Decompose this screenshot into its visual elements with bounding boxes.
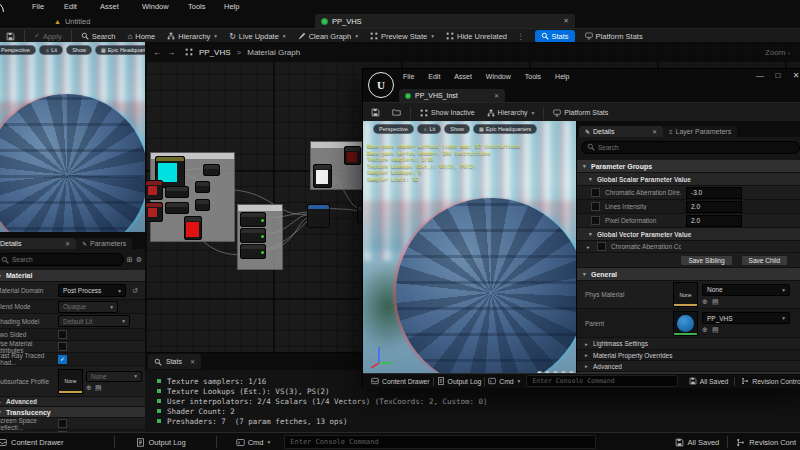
phys-material-thumbnail[interactable]: None [673, 282, 698, 307]
menu-tools[interactable]: Tools [525, 73, 541, 80]
scalar-parameter-node[interactable] [240, 212, 266, 227]
hierarchy-button[interactable]: Hierarchy▾ [481, 103, 541, 122]
override-checkbox[interactable] [591, 202, 600, 211]
override-checkbox[interactable] [597, 242, 606, 251]
constant-color-node-white[interactable] [313, 164, 332, 188]
graph-node[interactable] [203, 164, 220, 176]
all-saved-button[interactable]: All Saved [689, 377, 729, 385]
preview-shape-buttons[interactable] [110, 224, 145, 232]
close-icon[interactable]: ✕ [652, 128, 657, 135]
menu-file[interactable]: File [32, 2, 44, 11]
inst-search-input[interactable]: Search [581, 141, 800, 154]
use-selected-asset-icon[interactable]: ⊕ [702, 326, 708, 334]
show-inactive-button[interactable]: Show Inactive [414, 103, 481, 122]
header-global-scalar[interactable]: ▾Global Scalar Parameter Value [577, 173, 800, 186]
menu-help[interactable]: Help [555, 73, 569, 80]
scene-setup-button[interactable]: ▦Epic Headquarters [95, 45, 145, 55]
search-button[interactable]: Search [75, 29, 122, 43]
all-saved-button[interactable]: All Saved [675, 438, 720, 447]
output-log-button[interactable]: Output Log [136, 438, 186, 447]
menu-asset[interactable]: Asset [100, 2, 119, 11]
scalar-value-input[interactable]: 2.0 [686, 201, 742, 213]
save-button[interactable] [363, 103, 386, 122]
close-icon[interactable]: ✕ [563, 17, 569, 25]
save-sibling-button[interactable]: Save Sibling [680, 255, 732, 266]
close-icon[interactable]: ✕ [787, 71, 800, 80]
stats-toggle-button[interactable]: Stats [535, 30, 575, 43]
tab-parameters[interactable]: ✎ Parameters [76, 238, 132, 249]
row-lightmass-settings[interactable]: ▸Lightmass Settings [577, 338, 800, 350]
scalar-parameter-node[interactable] [240, 244, 266, 259]
phys-material-dropdown[interactable]: None▾ [702, 284, 790, 296]
revision-control-button[interactable]: Revision Control▾ [741, 377, 800, 385]
menu-asset[interactable]: Asset [454, 73, 472, 80]
use-material-attributes-checkbox[interactable] [58, 342, 67, 351]
menu-window[interactable]: Window [486, 73, 511, 80]
parameter-node-red[interactable] [145, 202, 163, 222]
scalar-parameter-node[interactable] [240, 228, 266, 243]
graph-node[interactable] [195, 199, 210, 211]
settings-gear-icon[interactable]: ⚙ [136, 256, 142, 264]
menu-help[interactable]: Help [224, 2, 239, 11]
clean-graph-button[interactable]: Clean Graph▾ [292, 29, 364, 43]
hide-unrelated-button[interactable]: Hide Unrelated [440, 29, 513, 43]
parameter-node-red[interactable] [145, 180, 163, 200]
close-icon[interactable]: ✕ [494, 92, 499, 99]
use-selected-asset-icon[interactable]: ⊕ [86, 384, 92, 392]
platform-stats-button[interactable]: Platform Stats [579, 29, 649, 43]
perspective-button[interactable]: Perspective [373, 124, 414, 134]
menu-edit[interactable]: Edit [64, 2, 77, 11]
instance-preview-viewport[interactable]: ≡ Perspective ☼Lit Show ▦Epic Headquarte… [363, 121, 576, 373]
material-output-node[interactable] [307, 204, 330, 228]
perspective-button[interactable]: Perspective [0, 45, 36, 55]
material-preview-viewport[interactable]: Perspective ☼Lit Show ▦Epic Headquarters [0, 42, 145, 232]
row-material-property-overrides[interactable]: ▸Material Property Overrides [577, 350, 800, 361]
tab-pp-vhs-inst[interactable]: PP_VHS_Inst ✕ [399, 89, 505, 102]
category-advanced[interactable]: ▸Advanced [0, 397, 145, 407]
menu-tools[interactable]: Tools [188, 2, 206, 11]
graph-node[interactable] [165, 202, 189, 214]
hierarchy-button[interactable]: Hierarchy▾ [161, 29, 223, 43]
header-global-vector[interactable]: ▾Global Vector Parameter Value [577, 228, 800, 241]
screen-space-reflections-checkbox[interactable] [58, 419, 67, 428]
override-checkbox[interactable] [591, 188, 600, 197]
category-material[interactable]: ▾Material [0, 270, 145, 282]
live-update-button[interactable]: ↻Live Update▾ [223, 29, 292, 43]
content-drawer-button[interactable]: Content Drawer [0, 438, 64, 447]
tab-pp-vhs[interactable]: PP_VHS ✕ [315, 14, 575, 28]
header-parameter-groups[interactable]: ▾Parameter Groups [577, 160, 800, 173]
graph-node[interactable] [165, 186, 189, 198]
browse-to-asset-icon[interactable]: ▤ [712, 298, 719, 306]
cmd-selector[interactable]: Cmd▾ [488, 377, 520, 385]
preview-state-button[interactable]: Preview State▾ [364, 29, 440, 43]
blend-mode-dropdown[interactable]: Opaque▾ [58, 301, 118, 313]
menu-file[interactable]: File [403, 73, 414, 80]
browse-to-asset-icon[interactable]: ▤ [95, 384, 102, 392]
shading-model-dropdown[interactable]: Default Lit▾ [58, 315, 130, 327]
browse-to-asset-icon[interactable]: ▤ [712, 326, 719, 334]
two-sided-checkbox[interactable] [58, 330, 67, 339]
tab-stats[interactable]: Stats ✕ [148, 354, 201, 369]
parent-dropdown[interactable]: PP_VHS▾ [702, 312, 790, 324]
apply-button[interactable]: ✓Apply [28, 29, 68, 43]
override-checkbox[interactable] [591, 216, 600, 225]
maximize-icon[interactable]: □ [769, 71, 787, 80]
details-search-input[interactable]: Search [0, 253, 124, 266]
material-domain-dropdown[interactable]: Post Process▾ [58, 284, 126, 297]
home-button[interactable]: ⌂Home [121, 29, 161, 43]
expander-icon[interactable]: ▸ [585, 244, 592, 250]
filter-grid-icon[interactable]: ⊞ [127, 256, 133, 264]
output-log-button[interactable]: Output Log [437, 377, 482, 385]
console-command-input[interactable]: Enter Console Command [284, 435, 596, 449]
graph-node[interactable] [195, 181, 210, 193]
header-general[interactable]: ▾General [577, 268, 800, 281]
menu-edit[interactable]: Edit [428, 73, 440, 80]
save-child-button[interactable]: Save Child [741, 255, 788, 266]
scene-setup-button[interactable]: ▦Epic Headquarters [473, 124, 537, 134]
show-button[interactable]: Show [444, 124, 470, 134]
menu-window[interactable]: Window [142, 2, 169, 11]
lit-button[interactable]: ☼Lit [417, 124, 441, 134]
preview-shape-buttons[interactable] [535, 363, 575, 373]
minimize-icon[interactable]: — [751, 71, 769, 80]
inst-title-bar[interactable]: U File Edit Asset Window Tools Help — □ … [363, 69, 800, 89]
